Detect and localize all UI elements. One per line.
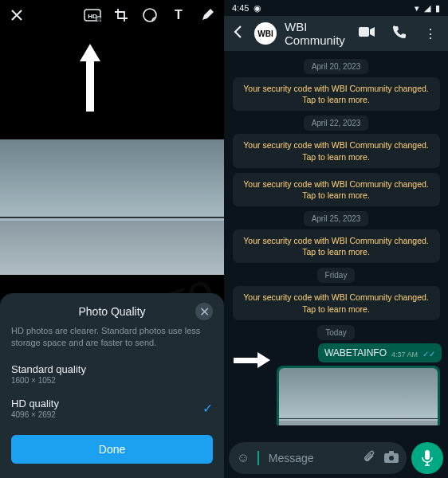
chat-title[interactable]: WBI Community (285, 20, 346, 47)
text-icon[interactable]: T (170, 6, 187, 24)
option-standard-quality[interactable]: Standard quality 1600 × 1052 (11, 357, 213, 391)
emoji-icon[interactable]: ☺ (237, 451, 250, 465)
callout-arrow (234, 352, 270, 368)
whatsapp-indicator-icon: ◉ (253, 3, 261, 14)
photo-quality-sheet: Photo Quality ✕ HD photos are clearer. S… (0, 293, 224, 478)
camera-icon[interactable] (384, 451, 399, 466)
close-icon: ✕ (199, 304, 210, 319)
read-ticks-icon: ✓✓ (422, 350, 435, 358)
done-button[interactable]: Done (11, 435, 213, 464)
outgoing-message[interactable]: WABETAINFO 4:37 AM ✓✓ (318, 343, 442, 362)
svg-point-6 (389, 456, 394, 460)
system-message[interactable]: Your security code with WBI Community ch… (233, 77, 440, 111)
chat-body[interactable]: April 20, 2023 Your security code with W… (224, 51, 448, 425)
sticker-icon[interactable] (141, 6, 159, 24)
wifi-icon: ▾ (415, 3, 419, 14)
check-icon: ✓ (202, 401, 213, 416)
image-thumbnail: HD 4:45 AM ✓ (279, 368, 438, 425)
text-cursor (257, 451, 259, 465)
clock: 4:45 (232, 3, 249, 13)
crop-rotate-icon[interactable] (112, 6, 130, 24)
option-resolution: 1600 × 1052 (11, 376, 213, 385)
system-message[interactable]: Your security code with WBI Community ch… (233, 134, 440, 167)
svg-rect-7 (389, 451, 394, 454)
svg-rect-3 (143, 9, 156, 22)
input-placeholder: Message (269, 452, 354, 464)
mic-button[interactable] (411, 442, 443, 474)
system-message[interactable]: Your security code with WBI Community ch… (233, 286, 440, 319)
voice-call-icon[interactable] (392, 25, 407, 42)
more-icon[interactable]: ⋮ (424, 26, 437, 41)
date-pill: April 25, 2023 (304, 211, 369, 226)
signal-icon: ◢ (424, 3, 430, 14)
status-bar: 4:45 ◉ ▾ ◢ ▮ (224, 0, 448, 16)
hd-icon[interactable]: HD (84, 6, 101, 24)
message-input[interactable]: ☺ Message (229, 442, 407, 474)
option-label: HD quality (11, 398, 202, 409)
date-pill: April 20, 2023 (304, 59, 369, 74)
message-input-bar: ☺ Message (224, 438, 448, 478)
svg-rect-4 (359, 27, 369, 37)
svg-point-2 (96, 17, 102, 22)
outgoing-image-message[interactable]: HD 4:45 AM ✓ (277, 366, 440, 425)
avatar[interactable]: WBI (254, 22, 277, 45)
photo-preview (0, 139, 224, 275)
sheet-title: Photo Quality (29, 305, 195, 318)
svg-rect-8 (425, 450, 430, 460)
option-hd-quality[interactable]: HD quality 4096 × 2692 ✓ (11, 391, 213, 425)
system-message[interactable]: Your security code with WBI Community ch… (233, 173, 440, 206)
sheet-close-button[interactable]: ✕ (195, 303, 213, 320)
back-icon[interactable] (230, 24, 246, 43)
pencil-icon[interactable] (198, 6, 216, 24)
callout-arrow (80, 44, 100, 112)
chat-screen: 4:45 ◉ ▾ ◢ ▮ WBI WBI Community ⋮ April 2… (224, 0, 448, 478)
attach-icon[interactable] (362, 449, 376, 467)
date-pill: Friday (317, 268, 356, 283)
system-message[interactable]: Your security code with WBI Community ch… (233, 229, 440, 263)
option-resolution: 4096 × 2692 (11, 410, 202, 419)
battery-icon: ▮ (435, 3, 440, 14)
sheet-description: HD photos are clearer. Standard photos u… (11, 325, 213, 349)
message-time: 4:37 AM (391, 351, 418, 358)
photo-editor-screen: HD T WABETAINFO Photo Quality ✕ HD photo… (0, 0, 224, 478)
editor-toolbar: HD T (0, 0, 224, 30)
video-call-icon[interactable] (359, 26, 375, 41)
date-pill: Today (317, 325, 355, 340)
message-text: WABETAINFO (324, 347, 387, 358)
chat-header: WBI WBI Community ⋮ (224, 16, 448, 51)
close-icon[interactable] (8, 6, 26, 24)
option-label: Standard quality (11, 363, 213, 375)
date-pill: April 22, 2023 (304, 116, 369, 131)
